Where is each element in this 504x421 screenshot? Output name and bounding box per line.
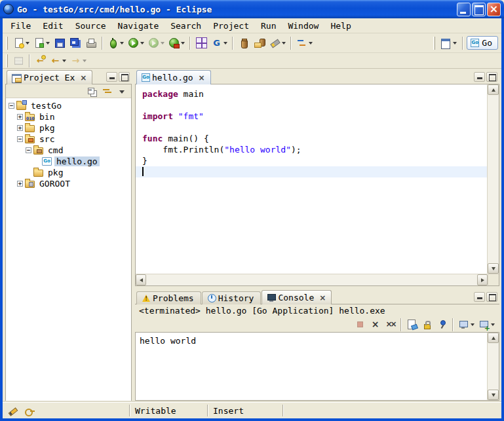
- close-button[interactable]: [487, 3, 501, 16]
- new-go-element-button[interactable]: [193, 35, 209, 51]
- open-type-button[interactable]: [236, 35, 252, 51]
- tree-item-bin[interactable]: +bin: [6, 111, 131, 122]
- code-line-8[interactable]: [136, 166, 487, 177]
- close-tab-icon[interactable]: [198, 73, 206, 82]
- dropdown-arrow-icon[interactable]: [491, 323, 495, 326]
- maximize-view-button[interactable]: [119, 72, 130, 82]
- tree-item-goroot[interactable]: +GOROOT: [6, 178, 131, 189]
- tree-item-hello-go[interactable]: hello.go: [6, 156, 131, 167]
- toolbar-grip[interactable]: [6, 37, 8, 50]
- menu-project[interactable]: Project: [207, 20, 255, 32]
- tab-project-explorer[interactable]: Project Ex: [7, 70, 92, 84]
- open-resource-button[interactable]: [252, 35, 267, 51]
- team-sync-button[interactable]: [294, 35, 315, 51]
- scroll-left-button[interactable]: [136, 274, 146, 285]
- link-with-editor-button[interactable]: [100, 84, 115, 98]
- tab-console[interactable]: Console: [262, 290, 332, 304]
- minimize-view-button[interactable]: [474, 72, 485, 82]
- print-button[interactable]: [83, 35, 99, 51]
- clear-console-button[interactable]: [404, 318, 419, 331]
- toolbar-grip[interactable]: [433, 37, 435, 50]
- back-button[interactable]: [48, 54, 68, 67]
- tree-item-pkg[interactable]: pkg: [6, 167, 131, 178]
- dropdown-arrow-icon[interactable]: [161, 42, 165, 45]
- expand-icon[interactable]: +: [17, 114, 23, 120]
- editor-vertical-scrollbar[interactable]: [487, 84, 499, 274]
- tree-item-src[interactable]: −src: [6, 134, 131, 145]
- save-all-button[interactable]: [68, 35, 83, 51]
- scroll-down-button[interactable]: [488, 263, 499, 274]
- tab-history[interactable]: History: [202, 291, 262, 304]
- view-menu-button[interactable]: [115, 84, 130, 98]
- tab-problems[interactable]: Problems: [136, 291, 201, 304]
- close-tab-icon[interactable]: [79, 73, 87, 82]
- code-line-3[interactable]: import "fmt": [136, 111, 487, 122]
- forward-button[interactable]: [68, 54, 88, 67]
- menu-navigate[interactable]: Navigate: [112, 20, 165, 32]
- display-selected-console-button[interactable]: [456, 318, 476, 331]
- dropdown-arrow-icon[interactable]: [120, 42, 124, 45]
- editor-horizontal-scrollbar[interactable]: [136, 274, 488, 285]
- maximize-view-button[interactable]: [486, 292, 497, 302]
- dropdown-arrow-icon[interactable]: [181, 42, 185, 45]
- save-button[interactable]: [52, 35, 68, 51]
- code-editor[interactable]: package mainimport "fmt"func main() { fm…: [136, 84, 487, 274]
- collapse-icon[interactable]: −: [9, 103, 14, 109]
- maximize-view-button[interactable]: [486, 72, 497, 82]
- pencil-trim-button[interactable]: [6, 404, 21, 417]
- code-line-6[interactable]: fmt.Println("hello world");: [136, 144, 487, 155]
- menu-help[interactable]: Help: [324, 20, 357, 32]
- code-line-7[interactable]: }: [136, 155, 487, 166]
- menu-search[interactable]: Search: [165, 20, 207, 32]
- tree-item-pkg[interactable]: +pkg: [6, 122, 131, 134]
- code-line-5[interactable]: func main() {: [136, 133, 487, 144]
- go-perspective-button[interactable]: Go: [467, 36, 498, 50]
- external-tools-button[interactable]: [166, 35, 187, 51]
- dropdown-arrow-icon[interactable]: [282, 42, 286, 45]
- new-menu-button[interactable]: [31, 35, 52, 51]
- terminate-button[interactable]: [353, 318, 368, 331]
- open-console-button[interactable]: [476, 318, 497, 331]
- remove-launch-button[interactable]: [368, 318, 383, 331]
- debug-button[interactable]: [106, 35, 126, 51]
- scroll-up-button[interactable]: [488, 84, 499, 95]
- tab-hello-go[interactable]: hello.go: [136, 70, 211, 84]
- dropdown-arrow-icon[interactable]: [309, 42, 313, 45]
- menu-edit[interactable]: Edit: [37, 20, 69, 32]
- dropdown-arrow-icon[interactable]: [26, 42, 29, 45]
- scroll-up-button[interactable]: [488, 333, 499, 343]
- scroll-down-button[interactable]: [488, 390, 499, 400]
- tree-item-testgo[interactable]: −testGo: [6, 100, 131, 111]
- go-search-button[interactable]: [209, 35, 229, 51]
- menu-run[interactable]: Run: [255, 20, 282, 32]
- code-line-2[interactable]: [136, 100, 487, 111]
- code-line-4[interactable]: [136, 122, 487, 133]
- open-perspective-button[interactable]: [438, 35, 459, 51]
- collapse-icon[interactable]: −: [17, 136, 23, 142]
- tree-item-cmd[interactable]: −cmd: [6, 145, 131, 156]
- menu-window[interactable]: Window: [282, 20, 324, 32]
- dropdown-arrow-icon[interactable]: [62, 60, 66, 62]
- dropdown-arrow-icon[interactable]: [140, 42, 144, 45]
- last-edit-location-button[interactable]: [33, 54, 48, 67]
- maximize-button[interactable]: [472, 3, 486, 16]
- minimize-view-button[interactable]: [474, 292, 485, 302]
- new-wizard-button[interactable]: [11, 35, 31, 51]
- minimize-view-button[interactable]: [106, 72, 117, 82]
- pin-console-button[interactable]: [435, 318, 450, 331]
- menu-source[interactable]: Source: [69, 20, 112, 32]
- scroll-lock-button[interactable]: [419, 318, 435, 331]
- search-button[interactable]: [267, 35, 288, 51]
- pin-editor-button[interactable]: [11, 54, 26, 67]
- close-tab-icon[interactable]: [319, 293, 326, 302]
- collapse-all-button[interactable]: [85, 84, 100, 98]
- console-output[interactable]: hello world: [136, 333, 487, 400]
- dropdown-arrow-icon[interactable]: [83, 60, 87, 62]
- scroll-right-button[interactable]: [477, 274, 488, 285]
- expand-icon[interactable]: +: [17, 181, 23, 187]
- dropdown-arrow-icon[interactable]: [471, 323, 475, 326]
- run-button[interactable]: [126, 35, 146, 51]
- dropdown-arrow-icon[interactable]: [46, 42, 50, 45]
- dropdown-arrow-icon[interactable]: [223, 42, 227, 45]
- titlebar[interactable]: Go - testGo/src/cmd/hello.go - Eclipse: [0, 0, 504, 18]
